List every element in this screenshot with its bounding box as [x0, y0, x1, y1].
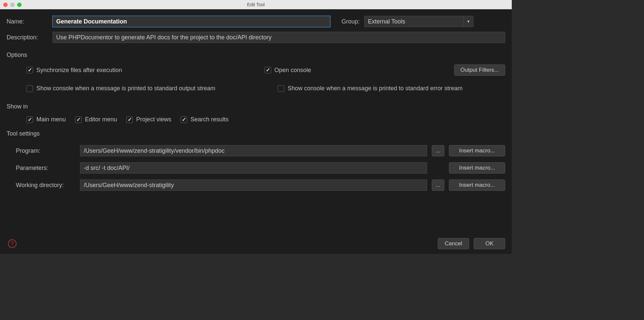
parameters-input[interactable] [80, 162, 427, 174]
chevron-down-icon: ▼ [463, 16, 473, 27]
window-minimize-button[interactable] [10, 3, 15, 7]
search-results-checkbox-group[interactable]: Search results [181, 116, 228, 123]
search-results-checkbox[interactable] [181, 116, 187, 123]
sync-checkbox[interactable] [26, 67, 33, 73]
window-close-button[interactable] [3, 3, 8, 7]
editor-menu-checkbox-group[interactable]: Editor menu [75, 116, 117, 123]
program-label: Program: [16, 147, 75, 154]
help-icon[interactable]: ? [8, 239, 17, 248]
search-results-label: Search results [190, 116, 228, 123]
program-input[interactable] [80, 145, 427, 156]
output-filters-button[interactable]: Output Filters... [454, 64, 505, 76]
main-menu-checkbox-group[interactable]: Main menu [26, 116, 66, 123]
window-title: Edit Tool [247, 2, 264, 7]
main-menu-checkbox[interactable] [26, 116, 33, 123]
sync-checkbox-group[interactable]: Synchronize files after execution [26, 67, 264, 74]
name-input[interactable] [53, 16, 330, 27]
group-label: Group: [342, 18, 360, 25]
open-console-checkbox-group[interactable]: Open console [264, 67, 454, 74]
project-views-checkbox-group[interactable]: Project views [126, 116, 171, 123]
stdout-checkbox[interactable] [26, 85, 33, 92]
workdir-label: Working directory: [16, 182, 75, 189]
cancel-button[interactable]: Cancel [438, 238, 469, 249]
parameters-label: Parameters: [16, 165, 75, 172]
workdir-input[interactable] [80, 180, 427, 191]
workdir-browse-button[interactable]: ... [432, 180, 444, 191]
program-insert-macro-button[interactable]: Insert macro... [449, 145, 505, 156]
workdir-insert-macro-button[interactable]: Insert macro... [449, 180, 505, 191]
main-menu-label: Main menu [36, 116, 66, 123]
project-views-label: Project views [136, 116, 171, 123]
stderr-checkbox[interactable] [278, 85, 284, 92]
stderr-label: Show console when a message is printed t… [288, 85, 463, 92]
sync-label: Synchronize files after execution [36, 67, 122, 74]
editor-menu-label: Editor menu [85, 116, 117, 123]
editor-menu-checkbox[interactable] [75, 116, 82, 123]
stderr-checkbox-group[interactable]: Show console when a message is printed t… [278, 85, 463, 92]
program-browse-button[interactable]: ... [432, 145, 444, 156]
group-select[interactable]: External Tools ▼ [364, 16, 473, 27]
description-input[interactable] [53, 32, 505, 43]
open-console-checkbox[interactable] [264, 67, 271, 73]
showin-header: Show in [7, 103, 505, 110]
stdout-label: Show console when a message is printed t… [36, 85, 215, 92]
open-console-label: Open console [274, 67, 311, 74]
description-label: Description: [7, 34, 48, 41]
stdout-checkbox-group[interactable]: Show console when a message is printed t… [26, 85, 264, 92]
window-maximize-button[interactable] [17, 3, 21, 7]
options-header: Options [7, 52, 505, 59]
ok-button[interactable]: OK [474, 238, 505, 249]
project-views-checkbox[interactable] [126, 116, 133, 123]
window-titlebar: Edit Tool [0, 0, 512, 9]
traffic-lights [3, 3, 21, 7]
parameters-insert-macro-button[interactable]: Insert macro... [449, 162, 505, 174]
name-label: Name: [7, 18, 48, 25]
group-select-value: External Tools [364, 16, 463, 27]
tool-settings-header: Tool settings [7, 130, 505, 137]
